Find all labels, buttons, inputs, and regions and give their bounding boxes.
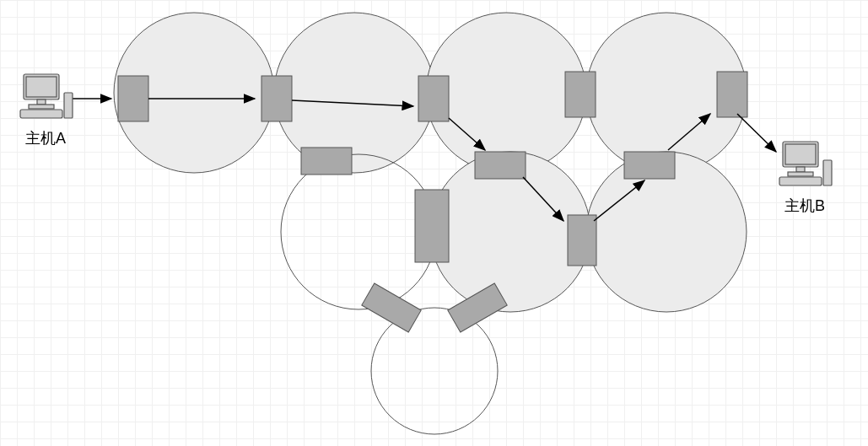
svg-rect-10 [779, 177, 822, 185]
router-node [568, 215, 596, 266]
svg-rect-1 [26, 77, 57, 97]
router-node [418, 76, 449, 121]
router-node [118, 76, 148, 121]
svg-rect-9 [788, 172, 813, 176]
svg-rect-7 [785, 144, 816, 164]
computer-icon [20, 74, 73, 118]
svg-rect-8 [796, 167, 805, 172]
router-node [261, 76, 292, 121]
svg-rect-2 [37, 99, 46, 105]
network-diagram: 主机A 主机B [0, 0, 868, 446]
network-domain-circle [281, 154, 436, 309]
router-node [717, 72, 747, 117]
host-a-label: 主机A [25, 130, 66, 147]
router-node [301, 148, 352, 175]
router-node [475, 152, 526, 179]
host-b-label: 主机B [784, 197, 825, 214]
network-domain-circle [426, 13, 586, 173]
router-node [624, 152, 675, 179]
network-domain-circle [371, 308, 498, 434]
router-node [565, 72, 596, 117]
computer-icon [779, 142, 832, 185]
svg-rect-3 [29, 105, 54, 109]
arrow [737, 114, 776, 152]
svg-rect-4 [20, 110, 62, 118]
svg-rect-11 [823, 160, 832, 185]
router-node [415, 190, 449, 262]
network-domain-circle [274, 13, 434, 173]
svg-rect-5 [64, 93, 73, 118]
